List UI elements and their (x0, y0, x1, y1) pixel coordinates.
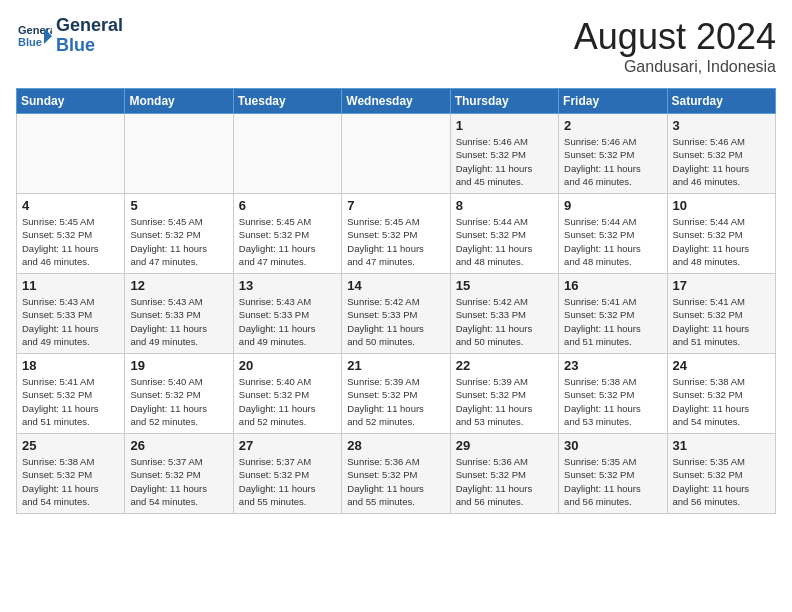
day-info: Sunrise: 5:45 AM Sunset: 5:32 PM Dayligh… (239, 215, 336, 268)
calendar-cell: 3Sunrise: 5:46 AM Sunset: 5:32 PM Daylig… (667, 114, 775, 194)
calendar-week-row: 1Sunrise: 5:46 AM Sunset: 5:32 PM Daylig… (17, 114, 776, 194)
location-title: Gandusari, Indonesia (574, 58, 776, 76)
day-info: Sunrise: 5:38 AM Sunset: 5:32 PM Dayligh… (22, 455, 119, 508)
day-info: Sunrise: 5:46 AM Sunset: 5:32 PM Dayligh… (456, 135, 553, 188)
calendar-cell: 13Sunrise: 5:43 AM Sunset: 5:33 PM Dayli… (233, 274, 341, 354)
day-number: 12 (130, 278, 227, 293)
day-number: 22 (456, 358, 553, 373)
day-number: 24 (673, 358, 770, 373)
calendar-cell: 25Sunrise: 5:38 AM Sunset: 5:32 PM Dayli… (17, 434, 125, 514)
day-number: 10 (673, 198, 770, 213)
day-info: Sunrise: 5:44 AM Sunset: 5:32 PM Dayligh… (673, 215, 770, 268)
logo: General Blue General Blue (16, 16, 123, 56)
day-info: Sunrise: 5:36 AM Sunset: 5:32 PM Dayligh… (347, 455, 444, 508)
day-info: Sunrise: 5:36 AM Sunset: 5:32 PM Dayligh… (456, 455, 553, 508)
calendar-cell: 18Sunrise: 5:41 AM Sunset: 5:32 PM Dayli… (17, 354, 125, 434)
day-number: 28 (347, 438, 444, 453)
day-number: 14 (347, 278, 444, 293)
weekday-header-tuesday: Tuesday (233, 89, 341, 114)
weekday-header-friday: Friday (559, 89, 667, 114)
day-info: Sunrise: 5:44 AM Sunset: 5:32 PM Dayligh… (564, 215, 661, 268)
day-info: Sunrise: 5:45 AM Sunset: 5:32 PM Dayligh… (130, 215, 227, 268)
calendar-cell: 7Sunrise: 5:45 AM Sunset: 5:32 PM Daylig… (342, 194, 450, 274)
day-info: Sunrise: 5:42 AM Sunset: 5:33 PM Dayligh… (347, 295, 444, 348)
calendar-cell: 29Sunrise: 5:36 AM Sunset: 5:32 PM Dayli… (450, 434, 558, 514)
day-number: 30 (564, 438, 661, 453)
calendar-table: SundayMondayTuesdayWednesdayThursdayFrid… (16, 88, 776, 514)
day-info: Sunrise: 5:42 AM Sunset: 5:33 PM Dayligh… (456, 295, 553, 348)
calendar-header-row: SundayMondayTuesdayWednesdayThursdayFrid… (17, 89, 776, 114)
day-number: 3 (673, 118, 770, 133)
weekday-header-monday: Monday (125, 89, 233, 114)
calendar-cell (233, 114, 341, 194)
logo-text: General Blue (56, 16, 123, 56)
day-info: Sunrise: 5:35 AM Sunset: 5:32 PM Dayligh… (673, 455, 770, 508)
calendar-week-row: 25Sunrise: 5:38 AM Sunset: 5:32 PM Dayli… (17, 434, 776, 514)
day-info: Sunrise: 5:43 AM Sunset: 5:33 PM Dayligh… (130, 295, 227, 348)
day-info: Sunrise: 5:39 AM Sunset: 5:32 PM Dayligh… (347, 375, 444, 428)
calendar-cell: 24Sunrise: 5:38 AM Sunset: 5:32 PM Dayli… (667, 354, 775, 434)
calendar-cell: 21Sunrise: 5:39 AM Sunset: 5:32 PM Dayli… (342, 354, 450, 434)
day-number: 16 (564, 278, 661, 293)
day-number: 5 (130, 198, 227, 213)
calendar-cell: 10Sunrise: 5:44 AM Sunset: 5:32 PM Dayli… (667, 194, 775, 274)
day-number: 7 (347, 198, 444, 213)
day-number: 29 (456, 438, 553, 453)
day-info: Sunrise: 5:37 AM Sunset: 5:32 PM Dayligh… (130, 455, 227, 508)
calendar-cell: 26Sunrise: 5:37 AM Sunset: 5:32 PM Dayli… (125, 434, 233, 514)
calendar-cell (125, 114, 233, 194)
day-number: 11 (22, 278, 119, 293)
weekday-header-saturday: Saturday (667, 89, 775, 114)
day-info: Sunrise: 5:40 AM Sunset: 5:32 PM Dayligh… (130, 375, 227, 428)
day-number: 31 (673, 438, 770, 453)
day-info: Sunrise: 5:45 AM Sunset: 5:32 PM Dayligh… (22, 215, 119, 268)
day-info: Sunrise: 5:43 AM Sunset: 5:33 PM Dayligh… (239, 295, 336, 348)
day-info: Sunrise: 5:38 AM Sunset: 5:32 PM Dayligh… (564, 375, 661, 428)
calendar-week-row: 4Sunrise: 5:45 AM Sunset: 5:32 PM Daylig… (17, 194, 776, 274)
calendar-week-row: 11Sunrise: 5:43 AM Sunset: 5:33 PM Dayli… (17, 274, 776, 354)
calendar-cell: 30Sunrise: 5:35 AM Sunset: 5:32 PM Dayli… (559, 434, 667, 514)
day-number: 21 (347, 358, 444, 373)
calendar-cell: 8Sunrise: 5:44 AM Sunset: 5:32 PM Daylig… (450, 194, 558, 274)
calendar-cell: 31Sunrise: 5:35 AM Sunset: 5:32 PM Dayli… (667, 434, 775, 514)
calendar-cell: 11Sunrise: 5:43 AM Sunset: 5:33 PM Dayli… (17, 274, 125, 354)
calendar-cell: 20Sunrise: 5:40 AM Sunset: 5:32 PM Dayli… (233, 354, 341, 434)
day-info: Sunrise: 5:46 AM Sunset: 5:32 PM Dayligh… (564, 135, 661, 188)
weekday-header-wednesday: Wednesday (342, 89, 450, 114)
svg-text:Blue: Blue (18, 36, 42, 48)
calendar-cell: 5Sunrise: 5:45 AM Sunset: 5:32 PM Daylig… (125, 194, 233, 274)
weekday-header-sunday: Sunday (17, 89, 125, 114)
day-number: 26 (130, 438, 227, 453)
calendar-cell: 1Sunrise: 5:46 AM Sunset: 5:32 PM Daylig… (450, 114, 558, 194)
day-number: 23 (564, 358, 661, 373)
calendar-cell: 6Sunrise: 5:45 AM Sunset: 5:32 PM Daylig… (233, 194, 341, 274)
day-number: 27 (239, 438, 336, 453)
day-info: Sunrise: 5:37 AM Sunset: 5:32 PM Dayligh… (239, 455, 336, 508)
day-number: 25 (22, 438, 119, 453)
day-number: 8 (456, 198, 553, 213)
calendar-cell: 27Sunrise: 5:37 AM Sunset: 5:32 PM Dayli… (233, 434, 341, 514)
page-header: General Blue General Blue August 2024 Ga… (16, 16, 776, 76)
calendar-cell: 9Sunrise: 5:44 AM Sunset: 5:32 PM Daylig… (559, 194, 667, 274)
calendar-cell: 12Sunrise: 5:43 AM Sunset: 5:33 PM Dayli… (125, 274, 233, 354)
day-info: Sunrise: 5:38 AM Sunset: 5:32 PM Dayligh… (673, 375, 770, 428)
day-number: 17 (673, 278, 770, 293)
day-number: 1 (456, 118, 553, 133)
calendar-cell: 17Sunrise: 5:41 AM Sunset: 5:32 PM Dayli… (667, 274, 775, 354)
day-info: Sunrise: 5:40 AM Sunset: 5:32 PM Dayligh… (239, 375, 336, 428)
calendar-cell: 15Sunrise: 5:42 AM Sunset: 5:33 PM Dayli… (450, 274, 558, 354)
day-number: 18 (22, 358, 119, 373)
day-number: 4 (22, 198, 119, 213)
day-info: Sunrise: 5:45 AM Sunset: 5:32 PM Dayligh… (347, 215, 444, 268)
calendar-cell: 16Sunrise: 5:41 AM Sunset: 5:32 PM Dayli… (559, 274, 667, 354)
day-number: 13 (239, 278, 336, 293)
day-info: Sunrise: 5:43 AM Sunset: 5:33 PM Dayligh… (22, 295, 119, 348)
day-info: Sunrise: 5:41 AM Sunset: 5:32 PM Dayligh… (564, 295, 661, 348)
calendar-cell (342, 114, 450, 194)
day-info: Sunrise: 5:44 AM Sunset: 5:32 PM Dayligh… (456, 215, 553, 268)
weekday-header-thursday: Thursday (450, 89, 558, 114)
calendar-cell: 2Sunrise: 5:46 AM Sunset: 5:32 PM Daylig… (559, 114, 667, 194)
day-number: 20 (239, 358, 336, 373)
calendar-cell: 23Sunrise: 5:38 AM Sunset: 5:32 PM Dayli… (559, 354, 667, 434)
day-number: 9 (564, 198, 661, 213)
